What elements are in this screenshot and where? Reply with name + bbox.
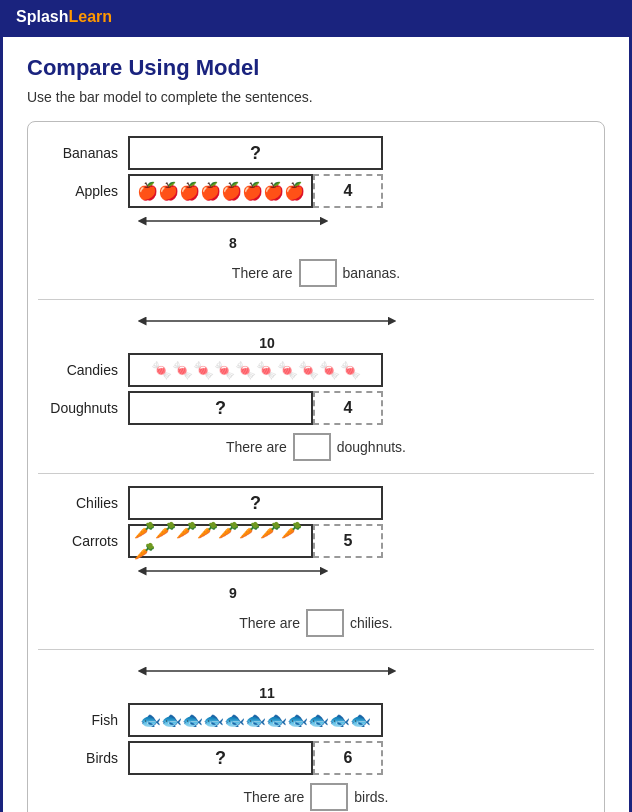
birds-question: ?: [215, 748, 226, 769]
arrow-8-svg: [138, 212, 328, 230]
apples-arrow-row: 8: [38, 212, 594, 251]
section-candies-doughnuts: 10 Candies 🍬🍬🍬🍬🍬🍬🍬🍬🍬🍬 Doughnuts ?: [38, 312, 594, 461]
doughnuts-question: ?: [215, 398, 226, 419]
bananas-there-are: There are: [232, 265, 293, 281]
fish-bar-container: 🐟🐟🐟🐟🐟🐟🐟🐟🐟🐟🐟: [128, 703, 594, 737]
carrots-row: Carrots 🥕🥕🥕🥕🥕🥕🥕🥕🥕 5: [38, 524, 594, 558]
chilies-answer-box[interactable]: [306, 609, 344, 637]
candies-bar: 🍬🍬🍬🍬🍬🍬🍬🍬🍬🍬: [128, 353, 383, 387]
chilies-sentence: There are chilies.: [38, 609, 594, 637]
bananas-answer-box[interactable]: [299, 259, 337, 287]
bananas-end-word: bananas.: [343, 265, 401, 281]
bananas-question: ?: [250, 143, 261, 164]
chilies-end-word: chilies.: [350, 615, 393, 631]
fish-top-arrow: 11: [38, 662, 594, 701]
apples-emoji-bar: 🍎🍎🍎🍎🍎🍎🍎🍎: [128, 174, 313, 208]
doughnuts-there-are: There are: [226, 439, 287, 455]
birds-answer-box[interactable]: [310, 783, 348, 811]
apples-bar-container: 🍎🍎🍎🍎🍎🍎🍎🍎 4: [128, 174, 594, 208]
carrots-number: 5: [344, 532, 353, 550]
logo: SplashLearn: [16, 8, 112, 26]
content-area: Compare Using Model Use the bar model to…: [0, 34, 632, 812]
chilies-row: Chilies ?: [38, 486, 594, 520]
header: SplashLearn: [0, 0, 632, 34]
divider-3: [38, 649, 594, 650]
doughnuts-question-bar: ?: [128, 391, 313, 425]
chilies-question: ?: [250, 493, 261, 514]
birds-row: Birds ? 6: [38, 741, 594, 775]
carrots-bar-container: 🥕🥕🥕🥕🥕🥕🥕🥕🥕 5: [128, 524, 594, 558]
candies-row: Candies 🍬🍬🍬🍬🍬🍬🍬🍬🍬🍬: [38, 353, 594, 387]
carrots-number-bar: 5: [313, 524, 383, 558]
carrots-arrow-row: 9: [38, 562, 594, 601]
page-title: Compare Using Model: [27, 55, 605, 81]
divider-1: [38, 299, 594, 300]
bananas-sentence: There are bananas.: [38, 259, 594, 287]
fish-row: Fish 🐟🐟🐟🐟🐟🐟🐟🐟🐟🐟🐟: [38, 703, 594, 737]
birds-there-are: There are: [244, 789, 305, 805]
birds-sentence: There are birds.: [38, 783, 594, 811]
arrow-10-svg: [138, 312, 396, 330]
arrow-9-svg: [138, 562, 328, 580]
birds-end-word: birds.: [354, 789, 388, 805]
doughnuts-number-bar: 4: [313, 391, 383, 425]
apples-row: Apples 🍎🍎🍎🍎🍎🍎🍎🍎 4: [38, 174, 594, 208]
candies-emojis: 🍬🍬🍬🍬🍬🍬🍬🍬🍬🍬: [147, 358, 365, 383]
logo-learn: Learn: [68, 8, 112, 25]
birds-number: 6: [344, 749, 353, 767]
carrots-label: Carrots: [38, 533, 128, 549]
birds-number-bar: 6: [313, 741, 383, 775]
bananas-bar: ?: [128, 136, 383, 170]
doughnuts-row: Doughnuts ? 4: [38, 391, 594, 425]
chilies-there-are: There are: [239, 615, 300, 631]
doughnuts-answer-box[interactable]: [293, 433, 331, 461]
candies-top-arrow: 10: [38, 312, 594, 351]
doughnuts-bar-container: ? 4: [128, 391, 594, 425]
birds-bar-container: ? 6: [128, 741, 594, 775]
apples-label: Apples: [38, 183, 128, 199]
birds-label: Birds: [38, 750, 128, 766]
candies-label: Candies: [38, 362, 128, 378]
logo-splash: Splash: [16, 8, 68, 25]
doughnuts-number: 4: [344, 399, 353, 417]
fish-label: Fish: [38, 712, 128, 728]
subtitle: Use the bar model to complete the senten…: [27, 89, 605, 105]
bananas-label: Bananas: [38, 145, 128, 161]
carrots-emojis: 🥕🥕🥕🥕🥕🥕🥕🥕🥕: [130, 518, 311, 564]
doughnuts-label: Doughnuts: [38, 400, 128, 416]
bananas-row: Bananas ?: [38, 136, 594, 170]
candies-bar-container: 🍬🍬🍬🍬🍬🍬🍬🍬🍬🍬: [128, 353, 594, 387]
bananas-bar-container: ?: [128, 136, 594, 170]
chilies-label: Chilies: [38, 495, 128, 511]
divider-2: [38, 473, 594, 474]
apples-number: 4: [344, 182, 353, 200]
section-fish-birds: 11 Fish 🐟🐟🐟🐟🐟🐟🐟🐟🐟🐟🐟 Birds ?: [38, 662, 594, 811]
problem-area: Bananas ? Apples 🍎🍎🍎🍎🍎🍎🍎🍎 4: [27, 121, 605, 812]
birds-question-bar: ?: [128, 741, 313, 775]
fish-bar: 🐟🐟🐟🐟🐟🐟🐟🐟🐟🐟🐟: [128, 703, 383, 737]
section-chilies-carrots: Chilies ? Carrots 🥕🥕🥕🥕🥕🥕🥕🥕🥕 5: [38, 486, 594, 637]
chilies-bar: ?: [128, 486, 383, 520]
arrow-11-svg: [138, 662, 396, 680]
fish-emojis: 🐟🐟🐟🐟🐟🐟🐟🐟🐟🐟🐟: [136, 708, 375, 733]
chilies-bar-container: ?: [128, 486, 594, 520]
doughnuts-sentence: There are doughnuts.: [38, 433, 594, 461]
apples-number-bar: 4: [313, 174, 383, 208]
carrots-emoji-bar: 🥕🥕🥕🥕🥕🥕🥕🥕🥕: [128, 524, 313, 558]
section-bananas-apples: Bananas ? Apples 🍎🍎🍎🍎🍎🍎🍎🍎 4: [38, 136, 594, 287]
doughnuts-end-word: doughnuts.: [337, 439, 406, 455]
apples-emojis: 🍎🍎🍎🍎🍎🍎🍎🍎: [133, 179, 309, 204]
